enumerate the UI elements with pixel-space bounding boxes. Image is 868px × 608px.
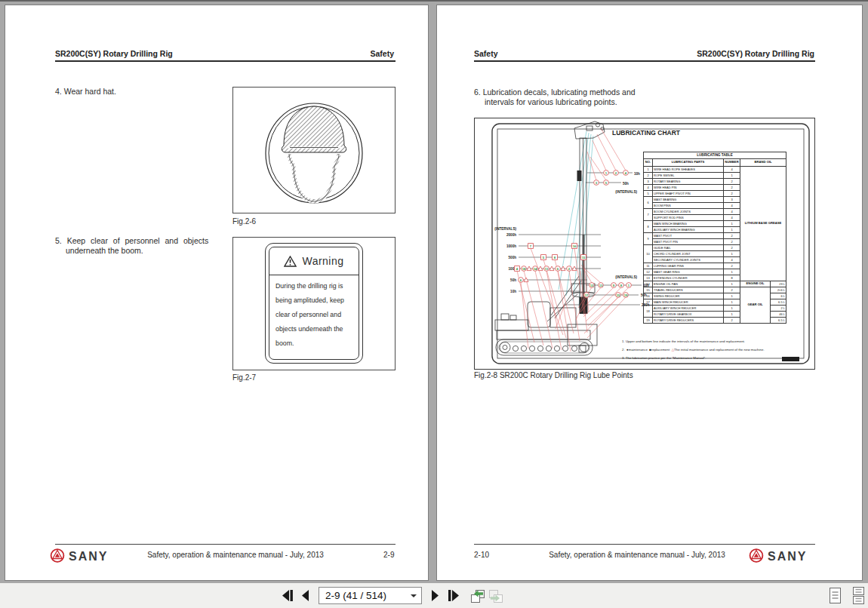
last-page-button[interactable] [445, 586, 463, 606]
page-header-title: SR200C(SY) Rotary Drilling Rig [697, 49, 814, 58]
warning-line: During the drilling rig is [275, 279, 356, 293]
page-layout-cluster [826, 583, 867, 608]
svg-text:1000h: 1000h [506, 244, 516, 248]
chart-note-1: 1. Upper and bottom line indicate the in… [622, 337, 805, 345]
svg-text:18: 18 [522, 267, 526, 271]
continuous-page-view-button[interactable] [849, 586, 867, 606]
svg-text:15: 15 [617, 293, 620, 297]
figure-2-6-caption: Fig.2-6 [232, 217, 256, 226]
svg-text:(INTERVALS): (INTERVALS) [615, 190, 637, 194]
document-canvas: SR200C(SY) Rotary Drilling Rig Safety 4.… [0, 0, 868, 583]
last-page-icon [447, 590, 461, 601]
footer-page-number: 2-9 [383, 551, 394, 559]
warning-line: objects underneath the [275, 322, 356, 336]
page-number-value: 2-9 (41 / 514) [325, 588, 386, 603]
svg-text:16: 16 [573, 244, 577, 248]
previous-view-button[interactable] [469, 586, 487, 606]
continuous-page-view-icon [850, 586, 866, 606]
svg-text:11: 11 [545, 267, 549, 271]
warning-header: Warning [269, 247, 359, 275]
footer-page-number: 2-10 [474, 551, 489, 559]
svg-text:500h: 500h [509, 256, 517, 259]
warning-triangle-icon [284, 256, 297, 267]
svg-text:50h: 50h [510, 278, 516, 282]
footer-center-text: Safety, operation & maintenance manual -… [122, 551, 349, 559]
svg-text:17: 17 [585, 293, 589, 297]
svg-text:(INTERVALS): (INTERVALS) [494, 227, 516, 231]
figure-2-6-hard-hat [232, 87, 396, 213]
warning-text: During the drilling rig is being amplitu… [275, 279, 356, 351]
warning-line: being amplituded, keep [275, 293, 356, 308]
figure-2-7-warning-decal: Warning During the drilling rig is being… [232, 237, 396, 370]
svg-text:19: 19 [624, 293, 628, 297]
warning-line: boom. [275, 336, 356, 351]
page-header-section: Safety [474, 49, 498, 58]
svg-text:SANY: SANY [768, 550, 807, 563]
item-5-line1: 5. Keep clear of personnel and objects [55, 236, 208, 245]
footer-rule [55, 544, 396, 545]
svg-text:13: 13 [599, 284, 603, 287]
previous-page-icon [300, 590, 310, 601]
next-view-button[interactable] [487, 586, 505, 606]
chart-note-2: 2. ●maintenance ■replacement △The initia… [622, 345, 805, 354]
svg-text:SANY: SANY [69, 550, 108, 563]
svg-text:12: 12 [590, 284, 594, 287]
first-page-button[interactable] [278, 586, 296, 606]
lubricating-table: LUBRICATING TABLENO.LUBRICATING PARTSNUM… [643, 152, 786, 319]
svg-text:10h: 10h [634, 172, 640, 176]
svg-text:14: 14 [534, 267, 537, 271]
item-5-line2: underneath the boom. [66, 246, 143, 255]
next-page-icon [430, 590, 441, 601]
figure-2-8-caption: Fig.2-8 SR200C Rotary Drilling Rig Lube … [474, 371, 633, 379]
page-left: SR200C(SY) Rotary Drilling Rig Safety 4.… [5, 5, 429, 581]
svg-text:LUBRICATING CHART: LUBRICATING CHART [612, 129, 681, 137]
pdf-viewer-window: SR200C(SY) Rotary Drilling Rig Safety 4.… [0, 0, 868, 608]
figure-2-8-lubricating-chart: LUBRICATING CHART(INTERVALS)2000h1000h50… [474, 118, 815, 370]
single-page-view-icon [826, 586, 843, 606]
previous-view-icon [469, 588, 486, 604]
svg-text:10h: 10h [510, 290, 516, 293]
footer-center-text: Safety, operation & maintenance manual -… [524, 551, 750, 559]
previous-page-button[interactable] [296, 586, 314, 606]
item-6-line1: 6. Lubrication decals, lubricating metho… [474, 88, 636, 97]
viewer-toolbar: 2-9 (41 / 514) [0, 583, 868, 608]
chart-notes: 1. Upper and bottom line indicate the in… [622, 337, 805, 362]
single-page-view-button[interactable] [826, 586, 844, 606]
figure-2-7-caption: Fig.2-7 [232, 373, 256, 382]
svg-text:(INTERVALS): (INTERVALS) [615, 275, 637, 279]
svg-text:15: 15 [582, 256, 586, 259]
sany-logo: SANY [49, 547, 119, 567]
header-rule [55, 60, 396, 62]
sany-logo: SANY [748, 547, 817, 567]
page-header-section: Safety [370, 49, 394, 58]
item-6-line2: intervals for various lubricating points… [485, 97, 617, 106]
warning-title: Warning [302, 255, 343, 267]
item-4-text: 4. Wear hard hat. [55, 87, 116, 96]
hard-hat-icon [233, 88, 395, 213]
warning-line: clear of personnel and [275, 308, 356, 322]
next-page-button[interactable] [426, 586, 445, 606]
warning-plate-inner: Warning During the drilling rig is being… [269, 247, 359, 360]
page-right: Safety SR200C(SY) Rotary Drilling Rig 6.… [436, 5, 863, 581]
svg-text:2000h: 2000h [506, 233, 516, 237]
next-view-icon [488, 588, 504, 604]
chart-note-3: 3. The lubrication practice per the "Mai… [622, 354, 805, 362]
first-page-icon [280, 590, 294, 601]
warning-plate: Warning During the drilling rig is being… [265, 243, 363, 364]
footer-rule [474, 544, 815, 545]
svg-text:50h: 50h [623, 182, 629, 186]
page-header-title: SR200C(SY) Rotary Drilling Rig [55, 49, 173, 58]
header-rule [474, 60, 815, 62]
page-navigation-cluster: 2-9 (41 / 514) [278, 583, 505, 608]
chart-part-number-tag [782, 357, 799, 361]
page-number-combobox[interactable]: 2-9 (41 / 514) [319, 587, 422, 604]
combobox-dropdown-arrow-icon [411, 594, 417, 597]
